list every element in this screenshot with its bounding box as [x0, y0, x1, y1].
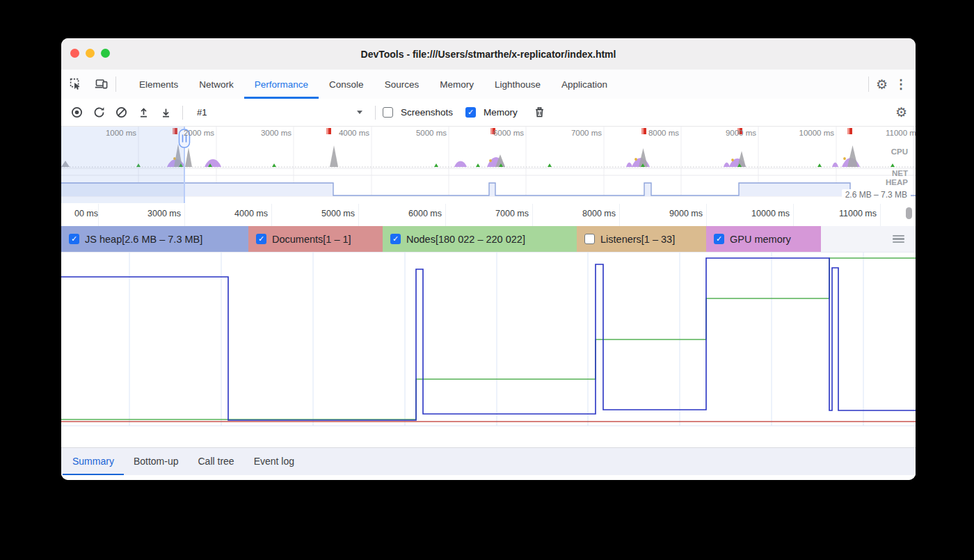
overview-tick: 11000 ms: [886, 129, 916, 137]
overview-tick: 5000 ms: [416, 129, 447, 137]
title-bar: DevTools - file:///Users/stmarthe/x-repl…: [61, 38, 916, 70]
counter-label: Listeners[1 – 33]: [600, 234, 675, 245]
divider: [182, 106, 183, 120]
overview-tick: 3000 ms: [261, 129, 292, 137]
record-button[interactable]: [67, 104, 86, 122]
inspect-tools: [61, 70, 123, 99]
drawer-tab-bottom-up[interactable]: Bottom-up: [124, 448, 189, 475]
tabbar-right-controls: ⚙ ⋮: [868, 70, 916, 99]
overview-tick: 10000 ms: [799, 129, 834, 137]
history-dropdown[interactable]: #1: [190, 104, 368, 122]
nodes-checkbox[interactable]: ✓: [390, 234, 401, 244]
overview-tick: 8000 ms: [648, 129, 679, 137]
overview-tick: 9000 ms: [726, 129, 756, 137]
axis-tick-line: [445, 204, 446, 226]
js-heap-checkbox[interactable]: ✓: [69, 234, 79, 244]
tab-performance[interactable]: Performance: [244, 70, 319, 99]
settings-gear-icon[interactable]: ⚙: [876, 78, 888, 91]
timeline-overview[interactable]: 1000 ms 2000 ms 3000 ms 4000 ms 5000 ms …: [61, 127, 916, 204]
drawer-tab-summary[interactable]: Summary: [63, 448, 124, 475]
axis-label: 3000 ms: [147, 209, 181, 218]
inspect-element-icon[interactable]: [65, 74, 86, 94]
more-options-icon[interactable]: ⋮: [895, 78, 907, 90]
window-title: DevTools - file:///Users/stmarthe/x-repl…: [361, 49, 616, 60]
collect-garbage-icon[interactable]: [530, 104, 550, 122]
axis-tick-line: [880, 204, 881, 226]
counter-label: Documents[1 – 1]: [272, 234, 351, 245]
memory-chart[interactable]: [61, 253, 916, 449]
load-profile-icon[interactable]: [134, 104, 153, 122]
counter-label: Nodes[180 022 – 220 022]: [406, 234, 525, 245]
device-toolbar-icon[interactable]: [90, 74, 111, 94]
tab-memory[interactable]: Memory: [429, 70, 484, 99]
tab-sources[interactable]: Sources: [374, 70, 430, 99]
main-tab-bar: Elements Network Performance Console Sou…: [61, 70, 916, 99]
memory-checkbox[interactable]: ✓: [465, 107, 476, 118]
axis-label: 7000 ms: [495, 209, 529, 218]
tab-network[interactable]: Network: [189, 70, 244, 99]
screenshots-label[interactable]: Screenshots: [401, 107, 453, 118]
tab-console[interactable]: Console: [319, 70, 374, 99]
tab-application[interactable]: Application: [551, 70, 618, 99]
divider: [115, 77, 116, 92]
capture-settings-gear-icon[interactable]: ⚙: [895, 106, 907, 119]
hamburger-menu-icon[interactable]: [893, 235, 904, 243]
axis-label: 00 ms: [74, 209, 98, 218]
drawer: Summary Bottom-up Call tree Event log: [61, 447, 916, 480]
listeners-checkbox[interactable]: ✓: [584, 234, 595, 244]
minimize-window-button[interactable]: [86, 49, 95, 58]
save-profile-icon[interactable]: [156, 104, 175, 122]
axis-tick-line: [271, 204, 272, 226]
divider: [868, 77, 869, 92]
heap-range-badge: 2.6 MB – 7.3 MB: [842, 189, 911, 200]
tab-elements[interactable]: Elements: [129, 70, 189, 99]
counter-label: JS heap[2.6 MB – 7.3 MB]: [85, 234, 202, 245]
zoom-window-button[interactable]: [101, 49, 110, 58]
performance-toolbar: #1 ✓ Screenshots ✓ Memory ⚙: [61, 99, 916, 127]
drawer-tab-event-log[interactable]: Event log: [244, 448, 304, 475]
axis-tick-line: [619, 204, 620, 226]
counter-nodes[interactable]: ✓ Nodes[180 022 – 220 022]: [383, 226, 577, 252]
counter-documents[interactable]: ✓ Documents[1 – 1]: [248, 226, 383, 252]
overview-tick: 4000 ms: [339, 129, 369, 137]
clear-button[interactable]: [111, 104, 131, 122]
memory-counters-legend: ✓ JS heap[2.6 MB – 7.3 MB] ✓ Documents[1…: [61, 226, 916, 253]
counter-js-heap[interactable]: ✓ JS heap[2.6 MB – 7.3 MB]: [61, 226, 248, 252]
memory-chart-graphics[interactable]: [61, 253, 916, 449]
devtools-window: DevTools - file:///Users/stmarthe/x-repl…: [61, 38, 916, 480]
overview-graphics[interactable]: [61, 127, 916, 204]
overview-tick: 6000 ms: [493, 129, 524, 137]
axis-tick-line: [358, 204, 359, 226]
heap-strip-label: HEAP: [886, 178, 908, 186]
traffic-lights: [70, 49, 110, 58]
toolbar-right: ⚙: [895, 106, 916, 119]
axis-tick-line: [532, 204, 533, 226]
axis-tick-line: [184, 204, 185, 226]
drawer-tab-call-tree[interactable]: Call tree: [189, 448, 244, 475]
documents-checkbox[interactable]: ✓: [256, 234, 266, 244]
axis-label: 11000 ms: [839, 209, 877, 218]
reload-and-record-button[interactable]: [89, 104, 109, 122]
panel-tabs: Elements Network Performance Console Sou…: [129, 70, 618, 99]
axis-label: 6000 ms: [408, 209, 442, 218]
axis-label: 5000 ms: [321, 209, 355, 218]
axis-label: 4000 ms: [234, 209, 268, 218]
screenshot-root: { "window": { "title": "DevTools - file:…: [0, 0, 974, 560]
screenshots-checkbox[interactable]: ✓: [383, 107, 393, 118]
axis-tick-line: [793, 204, 794, 226]
axis-label: 8000 ms: [582, 209, 616, 218]
axis-label: 10000 ms: [751, 209, 790, 218]
overview-tick: 7000 ms: [571, 129, 602, 137]
horizontal-scrollbar-thumb[interactable]: [906, 207, 912, 219]
memory-label[interactable]: Memory: [484, 107, 518, 118]
counter-listeners[interactable]: ✓ Listeners[1 – 33]: [577, 226, 706, 252]
divider: [375, 106, 376, 120]
counter-gpu-memory[interactable]: ✓ GPU memory: [706, 226, 821, 252]
close-window-button[interactable]: [70, 49, 79, 58]
gpu-memory-checkbox[interactable]: ✓: [714, 234, 724, 244]
detail-time-axis[interactable]: 00 ms 3000 ms 4000 ms 5000 ms 6000 ms 70…: [61, 204, 916, 226]
axis-label: 9000 ms: [669, 209, 703, 218]
overview-tick: 1000 ms: [106, 129, 136, 137]
tab-lighthouse[interactable]: Lighthouse: [484, 70, 551, 99]
net-strip-label: NET: [892, 169, 908, 177]
